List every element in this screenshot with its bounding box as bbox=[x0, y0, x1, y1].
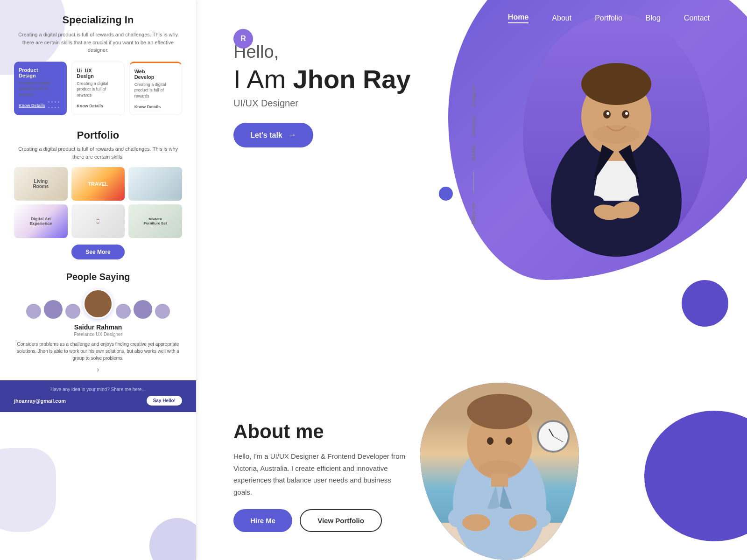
nav-blog[interactable]: Blog bbox=[646, 14, 661, 22]
testimonial-next-arrow[interactable]: › bbox=[97, 365, 99, 374]
lets-talk-button[interactable]: Let's talk → bbox=[233, 123, 313, 147]
svg-point-28 bbox=[509, 514, 537, 531]
portfolio-item-furniture[interactable] bbox=[128, 167, 182, 201]
person-placeholder bbox=[523, 14, 710, 257]
say-hello-button[interactable]: Say Hello! bbox=[147, 396, 182, 406]
person-svg bbox=[528, 14, 705, 257]
skill-card-desc-uiux: Creating a digital product is full of re… bbox=[77, 81, 119, 98]
avatar-3[interactable] bbox=[65, 304, 80, 319]
portfolio-item-modern[interactable]: ModernFurniture Set bbox=[128, 204, 182, 238]
testimonial-name: Saidur Rahman bbox=[14, 323, 182, 331]
specializing-description: Creating a digital product is full of re… bbox=[14, 31, 182, 54]
about-section: About me Hello, I'm a UI/UX Designer & F… bbox=[233, 420, 411, 532]
portfolio-grid: LivingRooms TRAVEL Digital ArtExperience bbox=[14, 167, 182, 238]
svg-point-14 bbox=[625, 112, 628, 115]
specializing-heading: Specializing In bbox=[14, 14, 182, 26]
social-instagram[interactable]: instagram bbox=[471, 84, 476, 106]
svg-point-27 bbox=[462, 514, 490, 531]
nav-contact[interactable]: Contact bbox=[684, 14, 710, 22]
avatar-5[interactable] bbox=[134, 300, 152, 319]
avatar-2[interactable] bbox=[44, 300, 63, 319]
arrow-icon: → bbox=[288, 130, 296, 140]
contact-section: Have any idea in your mind? Share me her… bbox=[0, 380, 196, 412]
hero-intro: I Am bbox=[233, 64, 293, 94]
avatar-4[interactable] bbox=[116, 304, 131, 319]
portfolio-item-travel[interactable]: TRAVEL bbox=[71, 167, 125, 201]
see-more-button[interactable]: See More bbox=[71, 245, 124, 259]
skill-card-title-web: WebDevelop bbox=[134, 69, 177, 80]
purple-dot bbox=[439, 187, 453, 201]
view-portfolio-button[interactable]: View Portfolio bbox=[300, 509, 382, 532]
svg-point-22 bbox=[506, 437, 512, 445]
portfolio-item-living[interactable]: LivingRooms bbox=[14, 167, 68, 201]
portfolio-section: Portfolio Creating a digital product is … bbox=[0, 125, 196, 267]
avatar-top[interactable]: R bbox=[233, 29, 253, 49]
social-dribble[interactable]: dribble bbox=[471, 145, 476, 161]
skill-card-cta-uiux[interactable]: Know Details bbox=[77, 104, 103, 108]
blob-decoration-br bbox=[149, 518, 196, 560]
skill-card-title-uiux: Ui_UXDesign bbox=[77, 68, 119, 79]
svg-point-15 bbox=[593, 125, 640, 144]
testimonial-text: Considers problems as a challenge and en… bbox=[14, 341, 182, 362]
contact-email-row: jhoanray@gmail.com Say Hello! bbox=[14, 396, 182, 406]
portfolio-item-digital-art[interactable]: Digital ArtExperience bbox=[14, 204, 68, 238]
social-behance[interactable]: behance bbox=[471, 116, 476, 135]
skill-card-uiux[interactable]: Ui_UXDesign Creating a digital product i… bbox=[71, 62, 124, 116]
svg-rect-23 bbox=[491, 474, 508, 487]
about-circle-bg bbox=[420, 383, 579, 560]
about-title: About me bbox=[233, 420, 411, 443]
blob-decoration-bl bbox=[0, 448, 56, 532]
svg-point-19 bbox=[467, 394, 532, 429]
nav-home[interactable]: Home bbox=[508, 13, 529, 23]
testimonial-nav: › bbox=[14, 365, 182, 374]
skill-card-cta[interactable]: Know Details bbox=[19, 103, 45, 108]
hero-person-container bbox=[514, 0, 719, 271]
hire-me-button[interactable]: Hire Me bbox=[233, 509, 292, 532]
specializing-section: Specializing In Creating a digital produ… bbox=[0, 9, 196, 125]
contact-email: jhoanray@gmail.com bbox=[14, 398, 66, 404]
blob-right-bottom bbox=[644, 411, 747, 541]
svg-point-3 bbox=[581, 63, 651, 105]
about-person-svg bbox=[420, 383, 579, 560]
about-person-placeholder bbox=[420, 383, 579, 560]
portfolio-heading: Portfolio bbox=[14, 129, 182, 141]
social-links: instagram behance dribble follow me bbox=[471, 84, 476, 224]
right-panel: R Home About Portfolio Blog Contact Hell… bbox=[196, 0, 747, 560]
lets-talk-label: Let's talk bbox=[250, 131, 282, 140]
hero-fullname: Jhon Ray bbox=[293, 64, 411, 94]
avatar-6[interactable] bbox=[155, 304, 170, 319]
left-panel: Specializing In Creating a digital produ… bbox=[0, 0, 196, 560]
nav-about[interactable]: About bbox=[552, 14, 571, 22]
avatar-featured[interactable] bbox=[83, 289, 113, 319]
contact-hint: Have any idea in your mind? Share me her… bbox=[14, 387, 182, 392]
skill-card-desc-web: Creating a digital product is full of re… bbox=[134, 82, 177, 99]
skill-card-product[interactable]: ProductDesign Creating a digital product… bbox=[14, 62, 67, 116]
testimonials-section: People Saying Saidur Rahman Freelance UX… bbox=[0, 267, 196, 380]
nav-portfolio[interactable]: Portfolio bbox=[595, 14, 622, 22]
about-buttons: Hire Me View Portfolio bbox=[233, 509, 411, 532]
portfolio-description: Creating a digital product is full of re… bbox=[14, 145, 182, 161]
person-circle-bg bbox=[523, 14, 710, 257]
avatar-1[interactable] bbox=[26, 304, 41, 319]
skill-card-title: ProductDesign bbox=[19, 67, 62, 78]
social-line bbox=[473, 170, 474, 193]
about-text: Hello, I'm a UI/UX Designer & Frontend D… bbox=[233, 450, 411, 498]
portfolio-item-watch[interactable]: ⌚ bbox=[71, 204, 125, 238]
about-image-container bbox=[420, 364, 598, 560]
testimonials-heading: People Saying bbox=[14, 272, 182, 282]
skill-card-cta-web[interactable]: Know Details bbox=[134, 105, 161, 109]
skill-card-web[interactable]: WebDevelop Creating a digital product is… bbox=[129, 62, 182, 116]
nav-bar: Home About Portfolio Blog Contact bbox=[196, 0, 747, 23]
testimonial-role: Freelance UX Designer bbox=[14, 332, 182, 337]
follow-me-label: follow me bbox=[471, 203, 476, 224]
skill-cards: ProductDesign Creating a digital product… bbox=[14, 62, 182, 116]
svg-point-13 bbox=[606, 112, 609, 115]
blob-right-sm bbox=[682, 280, 728, 327]
skill-card-desc: Creating a digital product is full of re… bbox=[19, 80, 62, 98]
avatars-row bbox=[14, 289, 182, 319]
svg-point-21 bbox=[487, 437, 493, 445]
